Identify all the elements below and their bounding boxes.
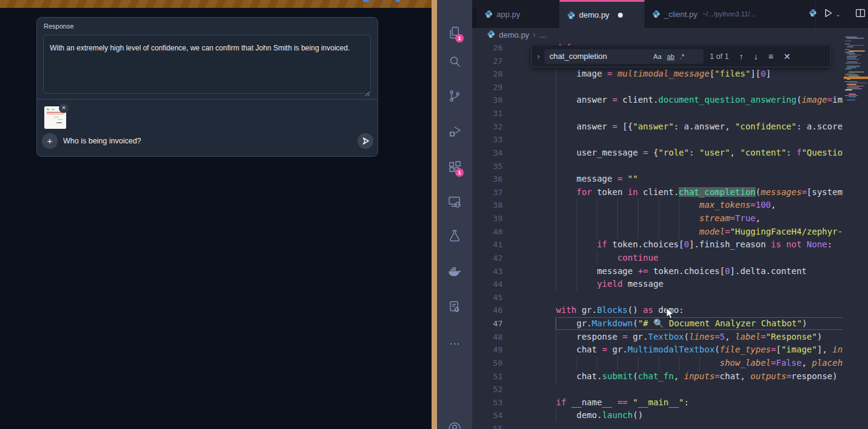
code-line[interactable]: 31 xyxy=(472,107,843,120)
indent-guide xyxy=(577,252,577,265)
modified-dot-icon[interactable] xyxy=(618,13,623,18)
activity-item-testing[interactable] xyxy=(437,222,472,252)
code-line[interactable]: 53if __name__ == "__main__": xyxy=(472,396,843,410)
code-line[interactable]: 35 xyxy=(472,160,843,173)
indent-guide xyxy=(556,94,557,107)
line-number: 37 xyxy=(477,186,503,199)
whole-word-toggle[interactable]: ab xyxy=(667,53,674,60)
code-line[interactable]: 28image = multimodal_message["files"][0] xyxy=(472,67,843,81)
code-line[interactable]: 37for token in client.chat_completion(me… xyxy=(472,186,843,199)
tab-_client.py[interactable]: _client.py~/.../python3.11/... xyxy=(645,0,816,28)
split-editor-button[interactable] xyxy=(855,8,866,21)
line-number: 30 xyxy=(477,94,503,107)
tab-label: _client.py xyxy=(664,10,697,19)
indent-guide xyxy=(556,343,557,357)
tab-app.py[interactable]: app.py xyxy=(477,0,560,28)
minimap-line xyxy=(847,59,860,60)
activity-item-tools[interactable] xyxy=(437,293,472,323)
indent-guide xyxy=(679,212,679,225)
code-line[interactable]: 34user_message = {"role": "user", "conte… xyxy=(472,146,843,160)
code-line[interactable]: 33 xyxy=(472,133,843,146)
find-in-selection-button[interactable]: ≡ xyxy=(768,52,773,61)
indent-guide xyxy=(617,225,618,239)
code-line[interactable]: 52 xyxy=(472,383,843,396)
tab-demo.py[interactable]: demo.py xyxy=(560,0,645,28)
chat-message-text[interactable]: Who is being invoiced? xyxy=(63,137,141,145)
code-line[interactable]: 47gr.Markdown("# 🔍 Document Analyzer Cha… xyxy=(472,317,843,331)
line-number: 32 xyxy=(477,120,503,134)
code-line[interactable]: 40model="HuggingFaceH4/zephyr-7b-beta xyxy=(472,225,843,239)
code-line[interactable]: 49chat = gr.MultimodalTextbox(file_types… xyxy=(472,343,843,357)
minimap-line xyxy=(845,41,852,42)
response-textbox[interactable]: With an extremely high level of confiden… xyxy=(43,35,371,94)
code-line[interactable]: 45 xyxy=(472,291,843,304)
activity-item-source-control[interactable] xyxy=(437,83,472,112)
code-line[interactable]: 38max_tokens=100, xyxy=(472,199,843,212)
activity-item-docker[interactable] xyxy=(437,258,472,287)
code-line[interactable]: 48response = gr.Textbox(lines=5, label="… xyxy=(472,331,843,344)
minimap-line xyxy=(847,53,855,55)
line-number: 36 xyxy=(477,173,503,186)
breadcrumb-more[interactable]: … xyxy=(539,30,547,39)
indent-guide xyxy=(617,212,618,225)
indent-guide xyxy=(659,199,659,212)
code-line[interactable]: 29 xyxy=(472,81,843,94)
minimap-line xyxy=(845,63,861,64)
minimap[interactable] xyxy=(844,28,868,429)
activity-item-remote-explorer[interactable] xyxy=(437,188,472,218)
code-line[interactable]: 42continue xyxy=(472,252,843,265)
indent-guide xyxy=(597,252,597,265)
find-next-button[interactable]: ↓ xyxy=(754,52,758,61)
code-line[interactable]: 41if token.choices[0].finish_reason is n… xyxy=(472,238,843,252)
indent-guide xyxy=(617,357,618,370)
indent-guide xyxy=(597,199,597,212)
breadcrumb[interactable]: demo.py › … xyxy=(472,28,547,41)
code-line[interactable]: 32answer = [{"answer": a.answer, "confid… xyxy=(472,120,843,134)
find-expand-chevron-icon[interactable]: › xyxy=(537,52,540,61)
activity-item-more[interactable] xyxy=(437,331,472,360)
minimap-find-match xyxy=(844,77,868,79)
add-attachment-button[interactable]: + xyxy=(42,133,58,149)
code-line[interactable]: 54demo.launch() xyxy=(472,409,843,422)
code-text: for token in client.chat_completion(mess… xyxy=(577,186,843,199)
indent-guide xyxy=(556,199,557,212)
minimap-line xyxy=(845,95,858,97)
indent-guide xyxy=(556,238,557,252)
run-python-file-button[interactable] xyxy=(823,8,833,21)
code-line[interactable]: 43message += token.choices[0].delta.cont… xyxy=(472,265,843,278)
find-close-button[interactable]: ✕ xyxy=(784,52,791,61)
minimap-line xyxy=(849,94,856,95)
indent-guide xyxy=(638,225,639,239)
activity-item-account[interactable] xyxy=(437,415,472,429)
line-number: 39 xyxy=(477,212,503,225)
remove-attachment-button[interactable]: × xyxy=(59,103,69,113)
code-line[interactable]: 39stream=True, xyxy=(472,212,843,225)
code-line[interactable]: 44yield message xyxy=(472,278,843,291)
activity-item-search[interactable] xyxy=(437,48,472,77)
activity-item-run-debug[interactable] xyxy=(437,118,472,148)
regex-toggle[interactable]: .* xyxy=(680,53,684,60)
code-line[interactable]: 51chat.submit(chat_fn, inputs=chat, outp… xyxy=(472,370,843,383)
find-input[interactable] xyxy=(544,51,648,61)
indent-guide xyxy=(597,225,597,239)
window-divider[interactable] xyxy=(432,0,437,429)
code-line[interactable]: 30answer = client.document_question_answ… xyxy=(472,94,843,107)
indent-guide xyxy=(556,212,557,225)
activity-item-explorer[interactable]: 1 xyxy=(437,19,472,49)
find-previous-button[interactable]: ↑ xyxy=(739,52,744,61)
line-number: 40 xyxy=(477,225,503,239)
breadcrumb-file[interactable]: demo.py xyxy=(499,30,529,39)
code-line[interactable]: 46with gr.Blocks() as demo: xyxy=(472,304,843,317)
resize-grip-icon[interactable] xyxy=(364,88,370,94)
code-line[interactable]: 36message = "" xyxy=(472,173,843,186)
match-case-toggle[interactable]: Aa xyxy=(653,53,661,60)
indent-guide xyxy=(577,278,577,291)
code-text: message = "" xyxy=(577,173,638,186)
activity-item-extensions[interactable]: 1 xyxy=(437,154,472,183)
vscode-window: 11 app.py demo.py _client.py~/.../python… xyxy=(437,0,868,429)
line-number: 28 xyxy=(477,67,503,81)
send-button[interactable] xyxy=(358,133,373,149)
run-dropdown-chevron-icon[interactable]: ⌄ xyxy=(836,11,841,18)
code-line[interactable]: 55 xyxy=(472,422,843,429)
code-line[interactable]: 50show_label=False, placeholder= xyxy=(472,357,843,370)
